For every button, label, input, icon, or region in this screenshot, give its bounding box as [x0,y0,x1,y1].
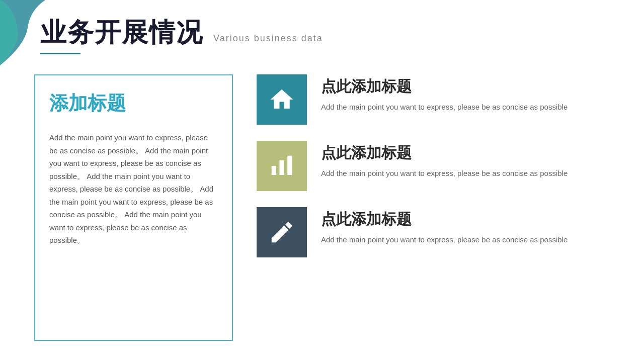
card-title: 添加标题 [49,90,218,116]
home-icon [268,86,295,113]
item-1-title: 点此添加标题 [321,76,624,97]
list-item: 点此添加标题 Add the main point you want to ex… [257,207,624,257]
right-section: 点此添加标题 Add the main point you want to ex… [257,74,624,257]
item-3-title: 点此添加标题 [321,209,624,230]
item-1-text: 点此添加标题 Add the main point you want to ex… [321,74,624,114]
header-underline [40,53,80,54]
item-1-desc: Add the main point you want to express, … [321,101,624,114]
item-3-desc: Add the main point you want to express, … [321,234,624,246]
home-icon-box [257,74,307,125]
chart-icon-box [257,141,307,191]
list-item: 点此添加标题 Add the main point you want to ex… [257,74,624,125]
item-3-text: 点此添加标题 Add the main point you want to ex… [321,207,624,246]
chart-icon [268,152,295,179]
pencil-icon [268,219,295,246]
svg-rect-0 [272,166,276,175]
list-item: 点此添加标题 Add the main point you want to ex… [257,141,624,191]
card-body: Add the main point you want to express, … [49,131,218,247]
svg-rect-2 [287,156,292,175]
page-title-en: Various business data [213,33,323,44]
pencil-icon-box [257,207,307,257]
item-2-desc: Add the main point you want to express, … [321,167,624,180]
corner-decoration [0,0,45,65]
header: 业务开展情况 Various business data [40,15,323,50]
page-title-cn: 业务开展情况 [40,15,203,50]
item-2-title: 点此添加标题 [321,143,624,163]
left-card: 添加标题 Add the main point you want to expr… [34,74,233,341]
svg-rect-1 [280,160,284,175]
item-2-text: 点此添加标题 Add the main point you want to ex… [321,141,624,180]
